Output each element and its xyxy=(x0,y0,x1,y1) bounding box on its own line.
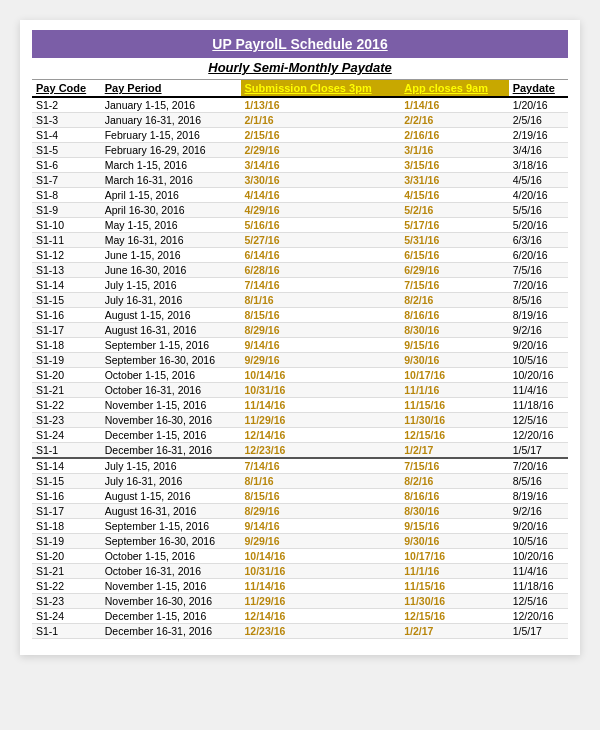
cell-paydate: 9/20/16 xyxy=(509,519,568,534)
cell-paycode: S1-17 xyxy=(32,323,101,338)
cell-paydate: 12/5/16 xyxy=(509,413,568,428)
cell-paycode: S1-6 xyxy=(32,158,101,173)
cell-submission: 8/29/16 xyxy=(241,504,401,519)
cell-payperiod: April 16-30, 2016 xyxy=(101,203,241,218)
cell-submission: 8/1/16 xyxy=(241,474,401,489)
cell-payperiod: October 1-15, 2016 xyxy=(101,549,241,564)
cell-submission: 9/14/16 xyxy=(241,519,401,534)
table-row: S1-7March 16-31, 20163/30/163/31/164/5/1… xyxy=(32,173,568,188)
cell-payperiod: August 1-15, 2016 xyxy=(101,308,241,323)
table-row: S1-1December 16-31, 201612/23/161/2/171/… xyxy=(32,443,568,459)
cell-submission: 10/31/16 xyxy=(241,383,401,398)
cell-appcl: 7/15/16 xyxy=(400,458,508,474)
cell-paycode: S1-4 xyxy=(32,128,101,143)
cell-paycode: S1-16 xyxy=(32,308,101,323)
cell-payperiod: September 1-15, 2016 xyxy=(101,338,241,353)
table-row: S1-17August 16-31, 20168/29/168/30/169/2… xyxy=(32,323,568,338)
cell-paydate: 6/20/16 xyxy=(509,248,568,263)
cell-paycode: S1-20 xyxy=(32,368,101,383)
cell-appcl: 12/15/16 xyxy=(400,609,508,624)
cell-paycode: S1-14 xyxy=(32,458,101,474)
cell-submission: 8/29/16 xyxy=(241,323,401,338)
cell-payperiod: July 16-31, 2016 xyxy=(101,293,241,308)
cell-submission: 3/30/16 xyxy=(241,173,401,188)
cell-paycode: S1-16 xyxy=(32,489,101,504)
cell-appcl: 9/30/16 xyxy=(400,534,508,549)
cell-payperiod: September 16-30, 2016 xyxy=(101,534,241,549)
cell-payperiod: October 16-31, 2016 xyxy=(101,383,241,398)
cell-appcl: 9/30/16 xyxy=(400,353,508,368)
cell-appcl: 11/15/16 xyxy=(400,398,508,413)
cell-paycode: S1-18 xyxy=(32,519,101,534)
cell-payperiod: April 1-15, 2016 xyxy=(101,188,241,203)
col-header-appcl: App closes 9am xyxy=(400,80,508,98)
cell-payperiod: March 1-15, 2016 xyxy=(101,158,241,173)
cell-appcl: 4/15/16 xyxy=(400,188,508,203)
cell-paydate: 11/4/16 xyxy=(509,564,568,579)
cell-paydate: 7/20/16 xyxy=(509,458,568,474)
cell-appcl: 3/15/16 xyxy=(400,158,508,173)
table-row: S1-22November 1-15, 201611/14/1611/15/16… xyxy=(32,398,568,413)
cell-submission: 8/15/16 xyxy=(241,308,401,323)
cell-paycode: S1-15 xyxy=(32,474,101,489)
table-row: S1-16August 1-15, 20168/15/168/16/168/19… xyxy=(32,489,568,504)
cell-paydate: 6/3/16 xyxy=(509,233,568,248)
cell-paydate: 9/2/16 xyxy=(509,323,568,338)
cell-paycode: S1-3 xyxy=(32,113,101,128)
cell-paydate: 5/5/16 xyxy=(509,203,568,218)
table-row: S1-24December 1-15, 201612/14/1612/15/16… xyxy=(32,428,568,443)
cell-payperiod: June 1-15, 2016 xyxy=(101,248,241,263)
cell-submission: 11/14/16 xyxy=(241,579,401,594)
table-row: S1-15July 16-31, 20168/1/168/2/168/5/16 xyxy=(32,293,568,308)
cell-payperiod: May 1-15, 2016 xyxy=(101,218,241,233)
cell-paycode: S1-23 xyxy=(32,594,101,609)
cell-paycode: S1-15 xyxy=(32,293,101,308)
cell-appcl: 9/15/16 xyxy=(400,519,508,534)
table-row: S1-13June 16-30, 20166/28/166/29/167/5/1… xyxy=(32,263,568,278)
cell-paydate: 1/20/16 xyxy=(509,97,568,113)
page-subtitle: Hourly Semi-Monthly Paydate xyxy=(32,60,568,75)
cell-submission: 7/14/16 xyxy=(241,458,401,474)
table-row: S1-1December 16-31, 201612/23/161/2/171/… xyxy=(32,624,568,639)
cell-payperiod: March 16-31, 2016 xyxy=(101,173,241,188)
cell-appcl: 11/30/16 xyxy=(400,594,508,609)
cell-appcl: 2/16/16 xyxy=(400,128,508,143)
cell-submission: 5/16/16 xyxy=(241,218,401,233)
table-row: S1-23November 16-30, 201611/29/1611/30/1… xyxy=(32,594,568,609)
cell-appcl: 8/30/16 xyxy=(400,323,508,338)
cell-payperiod: February 1-15, 2016 xyxy=(101,128,241,143)
cell-payperiod: February 16-29, 2016 xyxy=(101,143,241,158)
cell-payperiod: November 1-15, 2016 xyxy=(101,579,241,594)
cell-submission: 6/28/16 xyxy=(241,263,401,278)
cell-submission: 5/27/16 xyxy=(241,233,401,248)
cell-paydate: 8/19/16 xyxy=(509,308,568,323)
cell-submission: 8/1/16 xyxy=(241,293,401,308)
cell-submission: 2/29/16 xyxy=(241,143,401,158)
cell-payperiod: June 16-30, 2016 xyxy=(101,263,241,278)
cell-appcl: 11/30/16 xyxy=(400,413,508,428)
cell-appcl: 8/2/16 xyxy=(400,474,508,489)
cell-submission: 11/29/16 xyxy=(241,594,401,609)
cell-appcl: 12/15/16 xyxy=(400,428,508,443)
cell-paycode: S1-1 xyxy=(32,443,101,459)
cell-paydate: 10/20/16 xyxy=(509,368,568,383)
cell-paycode: S1-18 xyxy=(32,338,101,353)
cell-payperiod: July 1-15, 2016 xyxy=(101,458,241,474)
cell-appcl: 1/2/17 xyxy=(400,443,508,459)
cell-paycode: S1-22 xyxy=(32,579,101,594)
cell-payperiod: December 16-31, 2016 xyxy=(101,624,241,639)
cell-submission: 6/14/16 xyxy=(241,248,401,263)
cell-appcl: 8/2/16 xyxy=(400,293,508,308)
cell-submission: 9/29/16 xyxy=(241,353,401,368)
cell-paycode: S1-19 xyxy=(32,353,101,368)
table-row: S1-24December 1-15, 201612/14/1612/15/16… xyxy=(32,609,568,624)
cell-paycode: S1-12 xyxy=(32,248,101,263)
table-row: S1-20October 1-15, 201610/14/1610/17/161… xyxy=(32,549,568,564)
table-row: S1-10May 1-15, 20165/16/165/17/165/20/16 xyxy=(32,218,568,233)
cell-paycode: S1-24 xyxy=(32,609,101,624)
cell-appcl: 3/31/16 xyxy=(400,173,508,188)
cell-appcl: 10/17/16 xyxy=(400,368,508,383)
col-header-paycode: Pay Code xyxy=(32,80,101,98)
cell-paycode: S1-24 xyxy=(32,428,101,443)
cell-paycode: S1-11 xyxy=(32,233,101,248)
